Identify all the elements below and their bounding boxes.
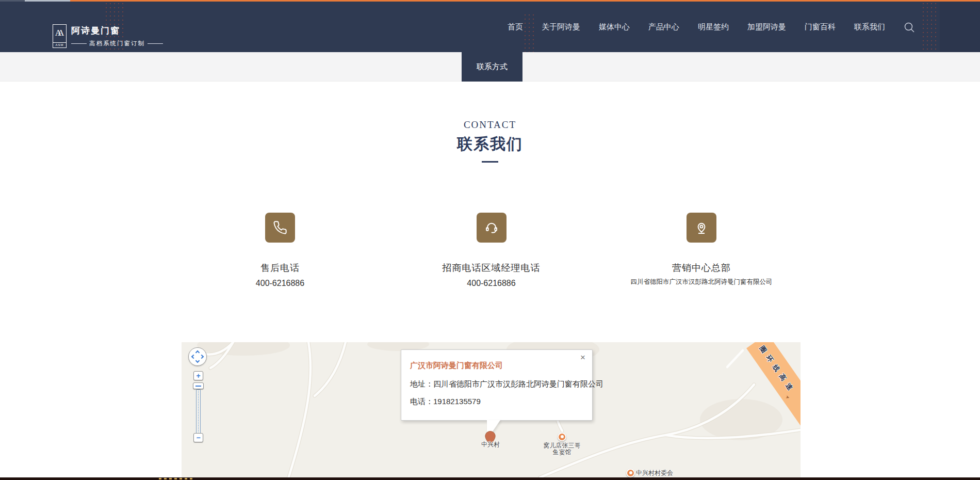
nav-item-home[interactable]: 首页	[508, 22, 523, 32]
brand-emblem: AA ASM	[53, 24, 67, 48]
info-window-phone: 电话：19182135579	[410, 397, 481, 407]
footer-dashes	[159, 478, 195, 479]
search-icon[interactable]	[904, 22, 915, 33]
restaurant-label-line2: 鱼宴馆	[537, 449, 586, 456]
nav-item-about[interactable]: 关于阿诗曼	[542, 22, 580, 32]
contact-card-after-sales: 售后电话 400-6216886	[203, 213, 357, 288]
contact-card-franchise: 招商电话区域经理电话 400-6216886	[410, 213, 573, 288]
pan-left-icon[interactable]	[191, 355, 195, 359]
section-title: 联系我们	[0, 134, 980, 155]
map-zoom-out-button[interactable]: −	[193, 433, 203, 442]
map-pan-control[interactable]	[188, 347, 207, 366]
brand-text: 阿诗曼门窗 高档系统门窗订制	[71, 24, 163, 48]
location-icon	[687, 213, 716, 243]
highway-arrow-icon: ➤	[785, 394, 791, 401]
map-canvas[interactable]: 圈环线高速 ➤ ➤ + − 广汉市阿诗曼门窗有限公司 × 地址：四川省德阳市广汉…	[182, 342, 801, 480]
nav-item-media-center[interactable]: 媒体中心	[599, 22, 630, 32]
map-zoom-slider-track[interactable]	[196, 389, 201, 434]
brand-tagline-text: 高档系统门窗订制	[89, 40, 145, 47]
header: AA ASM 阿诗曼门窗 高档系统门窗订制 首页 关于阿诗曼 媒体中心 产品中心…	[0, 2, 980, 52]
main-nav: 首页 关于阿诗曼 媒体中心 产品中心 明星签约 加盟阿诗曼 门窗百科 联系我们	[508, 2, 885, 52]
poi-committee-icon[interactable]	[626, 469, 635, 477]
section-eyebrow: CONTACT	[0, 119, 980, 131]
card-title: 营销中心总部	[598, 262, 805, 274]
submenu-item-contact-method[interactable]: 联系方式	[462, 52, 522, 82]
phone-icon	[265, 213, 295, 243]
info-window-title: 广汉市阿诗曼门窗有限公司	[410, 361, 503, 371]
brand-logo[interactable]: AA ASM 阿诗曼门窗 高档系统门窗订制	[53, 24, 163, 48]
pan-down-icon[interactable]	[195, 359, 200, 363]
card-title: 售后电话	[203, 262, 357, 274]
section-divider	[482, 161, 498, 163]
map-label-village: 中兴村	[470, 441, 511, 448]
map-zoom-slider-handle[interactable]	[193, 382, 204, 389]
header-right-shade	[940, 2, 980, 52]
brand-tagline: 高档系统门窗订制	[71, 40, 163, 47]
contact-card-headquarters: 营销中心总部 四川省德阳市广汉市汉彭路北阿诗曼门窗有限公司	[598, 213, 805, 286]
tagline-dash-right	[148, 43, 163, 44]
map-label-restaurant: 窝儿店张三哥 鱼宴馆	[537, 442, 586, 456]
map-zoom-in-button[interactable]: +	[193, 371, 203, 380]
tagline-dash-left	[71, 43, 87, 44]
close-icon[interactable]: ×	[580, 353, 585, 362]
submenu-bar: 联系方式	[0, 52, 980, 82]
card-address: 四川省德阳市广汉市汉彭路北阿诗曼门窗有限公司	[598, 278, 805, 286]
footer-edge	[0, 477, 980, 480]
pan-right-icon[interactable]	[200, 355, 204, 359]
headset-icon	[477, 213, 507, 243]
map-label-committee: 中兴村村委会	[636, 470, 682, 476]
card-phone-number: 400-6216886	[203, 279, 357, 288]
brand-emblem-sub: ASM	[53, 42, 66, 47]
card-title: 招商电话区域经理电话	[410, 262, 573, 274]
header-dot-texture-right	[921, 2, 939, 52]
nav-item-join[interactable]: 加盟阿诗曼	[747, 22, 786, 32]
page: AA ASM 阿诗曼门窗 高档系统门窗订制 首页 关于阿诗曼 媒体中心 产品中心…	[0, 0, 980, 480]
brand-name: 阿诗曼门窗	[71, 25, 163, 37]
nav-item-product-center[interactable]: 产品中心	[648, 22, 679, 32]
map-info-window: 广汉市阿诗曼门窗有限公司 × 地址：四川省德阳市广汉市汉彭路北阿诗曼门窗有限公司…	[401, 349, 593, 421]
card-phone-number: 400-6216886	[410, 279, 573, 288]
info-window-address: 地址：四川省德阳市广汉市汉彭路北阿诗曼门窗有限公司	[410, 379, 603, 389]
brand-emblem-letters: AA	[55, 25, 64, 42]
poi-restaurant-icon[interactable]	[558, 433, 566, 441]
pan-up-icon[interactable]	[195, 350, 200, 355]
nav-item-contact[interactable]: 联系我们	[854, 22, 885, 32]
nav-item-encyclopedia[interactable]: 门窗百科	[805, 22, 836, 32]
nav-item-celebrity[interactable]: 明星签约	[698, 22, 729, 32]
